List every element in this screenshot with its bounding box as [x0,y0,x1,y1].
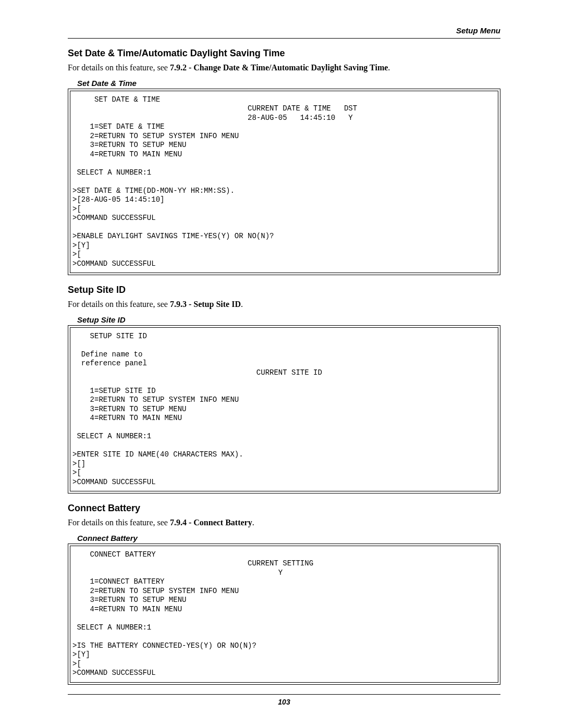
body-suffix: . [388,63,390,72]
body-prefix: For details on this feature, see [68,518,170,527]
body-crossref: 7.9.3 - Setup Site ID [170,300,241,309]
section-heading: Setup Site ID [68,285,500,295]
section-body: For details on this feature, see 7.9.4 -… [68,517,500,528]
figure-caption: Setup Site ID [77,315,500,324]
figure-caption: Set Date & Time [77,79,500,88]
section-heading: Set Date & Time/Automatic Daylight Savin… [68,48,500,59]
terminal-output: CONNECT BATTERY CURRENT SETTING Y 1=CONN… [70,546,498,683]
body-crossref: 7.9.2 - Change Date & Time/Automatic Day… [170,63,388,72]
section-body: For details on this feature, see 7.9.2 -… [68,62,500,73]
figure-caption: Connect Battery [77,534,500,542]
header-right: Setup Menu [456,26,500,35]
page: Setup Menu Set Date & Time/Automatic Day… [0,0,563,728]
terminal-output: SETUP SITE ID Define name to reference p… [70,327,498,492]
terminal-frame: CONNECT BATTERY CURRENT SETTING Y 1=CONN… [68,544,500,685]
bottom-rule [68,694,500,695]
body-suffix: . [241,300,243,309]
terminal-frame: SET DATE & TIME CURRENT DATE & TIME DST … [68,89,500,276]
top-rule [68,38,500,39]
body-suffix: . [252,518,254,527]
section-body: For details on this feature, see 7.9.3 -… [68,299,500,310]
terminal-output: SET DATE & TIME CURRENT DATE & TIME DST … [70,91,498,274]
page-number: 103 [68,698,500,706]
terminal-frame: SETUP SITE ID Define name to reference p… [68,325,500,494]
running-header: Setup Menu [68,26,500,35]
body-prefix: For details on this feature, see [68,63,170,72]
section-heading: Connect Battery [68,503,500,514]
body-crossref: 7.9.4 - Connect Battery [170,518,252,527]
body-prefix: For details on this feature, see [68,300,170,309]
